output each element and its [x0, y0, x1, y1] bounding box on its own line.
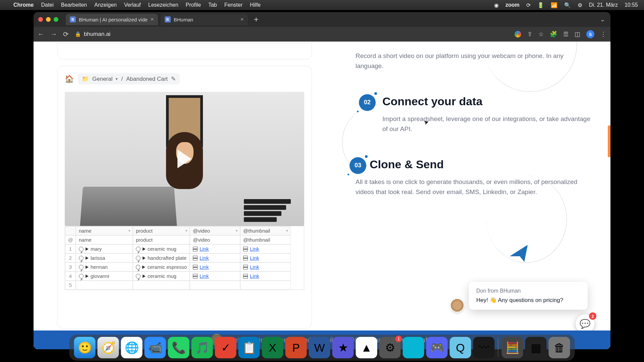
play-icon — [143, 247, 146, 251]
chat-badge: 2 — [589, 312, 596, 320]
dock-settings[interactable]: ⚙1 — [379, 337, 401, 358]
dock-mission-control[interactable]: ▦ — [525, 337, 547, 358]
film-icon — [193, 274, 198, 279]
share-icon[interactable]: ⇧ — [527, 31, 532, 38]
dock-trash[interactable]: 🗑 — [549, 337, 570, 358]
chat-from: Don from BHuman — [476, 288, 580, 294]
play-icon[interactable] — [177, 149, 192, 168]
table-row[interactable]: 3 herman ceramic espresso Link Link — [65, 262, 304, 272]
tab-title: BHuman | AI personalized vide — [79, 17, 148, 22]
paper-plane-icon — [508, 244, 532, 268]
search-icon[interactable]: 🔍 — [564, 2, 571, 8]
col-product[interactable]: product▾ — [133, 226, 190, 235]
tab-close-icon[interactable]: × — [240, 16, 244, 23]
menu-profile[interactable]: Profile — [186, 2, 201, 8]
mic-icon — [136, 256, 141, 260]
dock-powerpoint[interactable]: P — [285, 337, 307, 358]
menubar-app[interactable]: Chrome — [13, 2, 34, 8]
dock-spotify[interactable]: 🎵 — [192, 337, 213, 358]
dock-imovie[interactable]: ★ — [332, 337, 354, 358]
dock-finder[interactable]: 🙂 — [74, 337, 96, 358]
dock-calculator[interactable]: 🧮 — [502, 337, 523, 358]
menu-verlauf[interactable]: Verlauf — [124, 2, 141, 8]
new-tab-button[interactable]: + — [251, 15, 262, 24]
menu-fenster[interactable]: Fenster — [224, 2, 243, 8]
google-lens-icon[interactable] — [515, 31, 521, 38]
scrollbar-thumb[interactable] — [608, 125, 610, 157]
breadcrumb-page: Abandoned Cart — [126, 76, 168, 82]
dock-excel[interactable]: X — [262, 337, 283, 358]
step-title: Connect your data — [382, 95, 590, 108]
minimize-window-button[interactable] — [46, 17, 51, 22]
extensions-icon[interactable]: 🧩 — [550, 31, 557, 38]
col-video[interactable]: @video▾ — [190, 226, 240, 235]
maximize-window-button[interactable] — [54, 17, 58, 22]
back-button[interactable]: ← — [38, 30, 44, 38]
data-sheet[interactable]: name▾ product▾ @video▾ @thumbnail▾ @ nam… — [65, 226, 304, 290]
breadcrumb-chip[interactable]: 📁 General ▾ / Abandoned Cart ✎ — [78, 73, 180, 84]
play-icon — [86, 256, 89, 260]
chrome-menu-icon[interactable]: ⋮ — [600, 31, 606, 38]
dock-zoom[interactable]: 📹 — [145, 337, 166, 358]
menu-anzeigen[interactable]: Anzeigen — [94, 2, 117, 8]
menubar-time[interactable]: 10:55 — [625, 2, 638, 8]
col-thumbnail[interactable]: @thumbnail▾ — [240, 226, 290, 235]
mic-icon — [136, 265, 140, 269]
close-window-button[interactable] — [38, 17, 43, 22]
edit-icon[interactable]: ✎ — [171, 75, 176, 82]
menu-bearbeiten[interactable]: Bearbeiten — [61, 2, 87, 8]
wifi-icon[interactable]: 📶 — [551, 2, 557, 8]
forward-button[interactable]: → — [50, 30, 57, 38]
record-icon[interactable]: ◉ — [494, 2, 499, 8]
menu-lesezeichen[interactable]: Lesezeichen — [148, 2, 178, 8]
dock-app-teal[interactable] — [403, 337, 424, 358]
home-icon[interactable]: 🏠 — [65, 75, 74, 83]
dock-chrome[interactable]: 🌐 — [121, 337, 143, 358]
dock-audio-app[interactable]: 〰 — [473, 337, 495, 358]
menu-tab[interactable]: Tab — [208, 2, 217, 8]
breadcrumb-folder: General — [92, 76, 112, 82]
menubar-date[interactable]: Di. 21. März — [589, 2, 618, 8]
sidepanel-icon[interactable]: ◫ — [575, 31, 580, 38]
video-preview[interactable] — [65, 92, 304, 226]
step-title: Clone & Send — [370, 158, 590, 171]
table-row[interactable]: 5 — [65, 281, 304, 290]
zoom-label[interactable]: zoom — [505, 2, 520, 8]
tab-active[interactable]: B BHuman | AI personalized vide × — [66, 14, 158, 25]
col-name[interactable]: name▾ — [76, 226, 133, 235]
menu-hilfe[interactable]: Hilfe — [250, 2, 261, 8]
favicon-icon: B — [165, 16, 171, 22]
chat-bubble[interactable]: Don from BHuman Hey! 👋 Any questions on … — [469, 282, 588, 310]
table-row[interactable]: 1 mary ceramic mug Link Link — [65, 244, 304, 253]
dock-todoist[interactable]: ✓ — [215, 337, 236, 358]
reload-button[interactable]: ⟳ — [63, 30, 69, 38]
url-input[interactable]: 🔒 bhuman.ai — [73, 31, 110, 38]
bookmark-icon[interactable]: ☆ — [538, 31, 544, 38]
dock-drive[interactable]: ▲ — [356, 337, 377, 358]
tab-inactive[interactable]: B BHuman × — [161, 14, 248, 25]
table-row[interactable]: 2 larissa handcrafted plate Link Link — [65, 253, 304, 262]
mic-icon — [79, 274, 84, 279]
battery-icon[interactable]: 🔋 — [537, 2, 544, 8]
breadcrumb: 🏠 📁 General ▾ / Abandoned Cart ✎ — [65, 73, 304, 84]
favicon-icon: B — [70, 16, 76, 22]
tab-bar: B BHuman | AI personalized vide × B BHum… — [34, 12, 610, 27]
sync-icon[interactable]: ⟳ — [526, 2, 531, 8]
table-row[interactable]: 4 giovanni ceramic mug Link Link — [65, 272, 304, 281]
tabs-overflow-icon[interactable]: ⌄ — [600, 16, 605, 23]
play-icon — [86, 275, 89, 278]
dock-discord[interactable]: 🎮 — [426, 337, 448, 358]
dock-word[interactable]: W — [309, 337, 330, 358]
control-center-icon[interactable]: ⚙ — [578, 2, 582, 8]
dock-whatsapp[interactable]: 📞 — [168, 337, 190, 358]
tab-close-icon[interactable]: × — [151, 16, 154, 23]
dock-safari[interactable]: 🧭 — [98, 337, 119, 358]
address-bar: ← → ⟳ 🔒 bhuman.ai ⇧ ☆ 🧩 ☰ ◫ S ⋮ — [34, 27, 610, 42]
menu-datei[interactable]: Datei — [41, 2, 53, 8]
dock-quicktime[interactable]: Q — [450, 337, 471, 358]
dock-trello[interactable]: 📋 — [238, 337, 260, 358]
profile-avatar[interactable]: S — [586, 30, 594, 38]
laptop-illustration — [80, 187, 177, 226]
reading-list-icon[interactable]: ☰ — [563, 31, 569, 38]
chevron-down-icon: ▾ — [116, 77, 118, 81]
